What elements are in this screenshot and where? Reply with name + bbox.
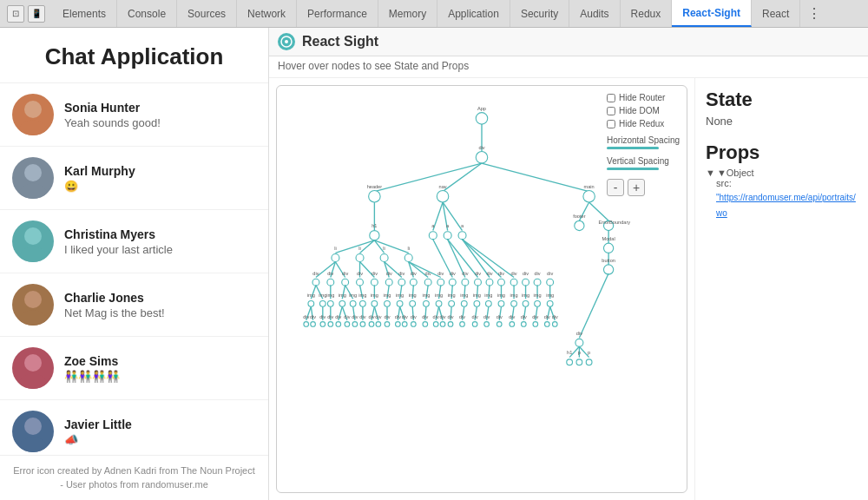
svg-text:div: div: [344, 314, 350, 319]
chat-msg-jones: Net Mag is the best!: [64, 306, 256, 319]
tab-network[interactable]: Network: [237, 0, 297, 27]
svg-point-118: [534, 279, 541, 286]
tab-redux[interactable]: Redux: [621, 0, 673, 27]
tab-react-sight[interactable]: React-Sight: [672, 0, 752, 27]
svg-text:img: img: [460, 293, 468, 298]
svg-point-120: [547, 279, 554, 286]
svg-line-35: [589, 202, 608, 220]
chat-item-sims[interactable]: Zoe Sims 👫👫👫👫: [0, 337, 268, 400]
chat-item-little[interactable]: Javier Little 📣: [0, 400, 268, 455]
svg-text:div: div: [509, 314, 515, 319]
svg-point-123: [308, 300, 314, 306]
hide-router-input[interactable]: [607, 94, 615, 102]
svg-point-147: [397, 300, 403, 306]
zoom-in-btn[interactable]: +: [628, 179, 645, 196]
svg-text:div: div: [472, 314, 478, 319]
react-sight-canvas[interactable]: Hide Router Hide DOM Hide Redux Horizont…: [276, 85, 687, 493]
svg-text:img: img: [510, 293, 518, 298]
svg-point-93: [424, 279, 431, 286]
svg-point-249: [496, 322, 502, 327]
state-value: None: [706, 115, 858, 128]
chat-panel: Chat Application Sonia Hunter Yeah sound…: [0, 28, 269, 500]
tab-performance[interactable]: Performance: [297, 0, 378, 27]
hide-redux-check[interactable]: Hide Redux: [607, 119, 680, 128]
svg-point-159: [449, 300, 455, 306]
svg-point-105: [475, 279, 482, 286]
svg-point-144: [385, 300, 391, 306]
svg-point-57: [404, 254, 412, 262]
tab-more-btn[interactable]: ⋮: [800, 5, 828, 22]
svg-text:footer: footer: [573, 214, 585, 219]
tab-elements[interactable]: Elements: [52, 0, 117, 27]
props-object: ▼▼Object: [706, 168, 858, 178]
chat-item-murphy[interactable]: Karl Murphy 😀: [0, 147, 268, 210]
tab-application[interactable]: Application: [437, 0, 510, 27]
svg-point-72: [327, 279, 334, 286]
svg-text:div: div: [475, 271, 481, 276]
hide-router-check[interactable]: Hide Router: [607, 93, 680, 102]
svg-line-29: [482, 163, 589, 192]
svg-point-11: [19, 437, 47, 452]
zoom-out-btn[interactable]: -: [607, 179, 624, 196]
chat-item-jones[interactable]: Charlie Jones Net Mag is the best!: [0, 273, 268, 337]
tab-audits[interactable]: Audits: [569, 0, 620, 27]
svg-point-267: [575, 339, 583, 346]
svg-point-243: [472, 322, 477, 327]
browser-btn-device[interactable]: 📱: [28, 5, 45, 23]
svg-text:div: div: [523, 271, 529, 276]
hide-dom-input[interactable]: [607, 107, 615, 115]
props-src-key: src:: [716, 178, 732, 188]
tab-memory[interactable]: Memory: [378, 0, 437, 27]
tab-react[interactable]: React: [752, 0, 800, 27]
chat-item-myers[interactable]: Christina Myers I liked your last articl…: [0, 210, 268, 273]
vertical-spacing-control: Vertical Spacing: [607, 156, 680, 170]
svg-text:img: img: [319, 293, 326, 298]
vertical-spacing-slider[interactable]: [607, 168, 659, 170]
svg-point-27: [437, 190, 448, 201]
svg-text:div: div: [312, 271, 319, 276]
tab-security[interactable]: Security: [510, 0, 569, 27]
svg-point-17: [285, 40, 288, 43]
svg-point-114: [510, 279, 517, 286]
horizontal-spacing-slider[interactable]: [607, 147, 659, 149]
svg-text:nav: nav: [439, 184, 447, 189]
svg-text:h1: h1: [567, 350, 572, 355]
svg-point-165: [474, 300, 480, 306]
devtools-toolbar: React Sight: [269, 28, 868, 56]
svg-point-213: [376, 322, 381, 327]
svg-point-234: [440, 322, 445, 327]
svg-point-69: [312, 279, 319, 286]
svg-text:div: div: [422, 314, 428, 319]
chat-item-sonia[interactable]: Sonia Hunter Yeah sounds good!: [0, 83, 268, 147]
tab-sources[interactable]: Sources: [177, 0, 237, 27]
browser-btn-inspect[interactable]: ⊡: [7, 5, 24, 23]
svg-point-261: [544, 322, 549, 327]
chat-info-jones: Charlie Jones Net Mag is the best!: [64, 291, 256, 319]
props-src-value[interactable]: "https://randomuser.me/api/portraits/wo: [716, 193, 856, 218]
svg-text:div: div: [486, 271, 492, 276]
chat-footer: Error icon created by Adnen Kadri from T…: [0, 455, 268, 500]
svg-text:h1: h1: [372, 223, 377, 228]
hide-redux-input[interactable]: [607, 120, 615, 128]
svg-text:img: img: [371, 293, 378, 298]
svg-point-129: [327, 300, 333, 306]
chat-msg-sims: 👫👫👫👫: [64, 370, 256, 383]
svg-point-183: [547, 300, 553, 306]
svg-point-246: [484, 322, 490, 327]
svg-point-153: [424, 300, 430, 306]
svg-point-162: [461, 300, 467, 306]
svg-line-26: [443, 163, 482, 192]
svg-text:ErrorBoundary: ErrorBoundary: [599, 220, 631, 225]
svg-text:img: img: [534, 293, 542, 298]
hide-dom-check[interactable]: Hide DOM: [607, 106, 680, 115]
svg-text:div: div: [576, 331, 582, 336]
devtools-subtitle: Hover over nodes to see State and Props: [269, 56, 868, 78]
tab-console[interactable]: Console: [117, 0, 177, 27]
svg-point-204: [352, 322, 358, 327]
svg-point-177: [523, 300, 529, 306]
svg-text:img: img: [349, 293, 357, 298]
svg-point-99: [449, 279, 456, 286]
svg-text:div: div: [483, 314, 490, 319]
svg-text:div: div: [310, 314, 316, 319]
svg-point-9: [19, 373, 47, 389]
